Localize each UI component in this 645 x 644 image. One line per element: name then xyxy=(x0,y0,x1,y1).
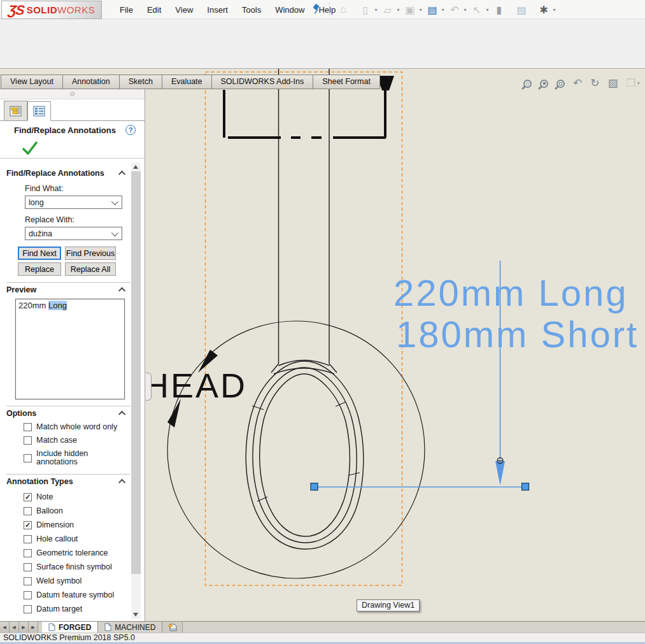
replace-with-combobox[interactable]: dužina xyxy=(25,227,122,240)
ribbon-tab[interactable]: Sketch xyxy=(119,75,162,89)
checkbox[interactable] xyxy=(24,549,32,557)
combo-dropdown-icon[interactable] xyxy=(111,197,118,204)
help-icon[interactable]: ? xyxy=(125,125,136,135)
panel-strip-handle[interactable] xyxy=(70,92,74,96)
dimension-handle-right[interactable] xyxy=(522,483,529,490)
menu-item[interactable]: View xyxy=(170,3,198,17)
dropdown-arrow-icon[interactable]: ▾ xyxy=(417,7,424,13)
checkbox[interactable]: ✓ xyxy=(24,493,32,501)
shaft-outline[interactable] xyxy=(271,69,337,374)
menu-item[interactable]: Window xyxy=(270,3,309,17)
sheet-tab-machined[interactable]: MACHINED xyxy=(98,622,162,633)
sheet-tab-forged[interactable]: FORGED xyxy=(42,622,98,633)
sheet-nav-button[interactable]: ◀ xyxy=(10,622,19,633)
combo-dropdown-icon[interactable] xyxy=(111,229,118,236)
find-next-button[interactable]: Find Next xyxy=(18,247,61,260)
panel-scrollbar[interactable] xyxy=(131,162,141,619)
collapse-chevron-icon[interactable] xyxy=(118,411,125,418)
find-what-combobox[interactable]: long xyxy=(25,196,122,209)
dropdown-arrow-icon[interactable]: ▾ xyxy=(484,7,491,13)
scrollbar-thumb[interactable] xyxy=(131,171,141,574)
section-preview[interactable]: Preview xyxy=(6,285,131,294)
replace-button[interactable]: Replace xyxy=(18,262,61,276)
collapse-chevron-icon[interactable] xyxy=(118,287,125,294)
dimension-handle-left[interactable] xyxy=(311,483,318,490)
section-options[interactable]: Options xyxy=(6,409,131,418)
checkbox[interactable] xyxy=(24,423,32,431)
zoom-window-icon[interactable] xyxy=(556,80,566,88)
checkbox[interactable] xyxy=(24,605,32,613)
settings-gear-icon[interactable]: ✱ ▾ xyxy=(537,2,558,17)
dropdown-arrow-icon[interactable]: ▾ xyxy=(439,7,446,13)
dropdown-arrow-icon[interactable]: ▾ xyxy=(372,7,379,13)
ribbon-tab[interactable]: Evaluate xyxy=(162,75,211,89)
select-icon[interactable]: ↖ ▾ xyxy=(470,2,491,17)
panel-resize-strip[interactable] xyxy=(0,89,145,99)
previous-view-icon[interactable]: ↶ xyxy=(573,77,583,90)
section-find-replace[interactable]: Find/Replace Annotations xyxy=(6,169,131,178)
section-annotation-types[interactable]: Annotation Types xyxy=(6,477,131,486)
checkbox[interactable] xyxy=(24,454,32,462)
checkbox[interactable] xyxy=(24,591,32,599)
pin-menu-icon[interactable] xyxy=(311,4,321,17)
home-icon[interactable]: ⌂ xyxy=(336,2,357,17)
options-pill-icon[interactable]: ▮ xyxy=(492,2,513,17)
menu-item[interactable]: Edit xyxy=(142,3,166,17)
dropdown-arrow-icon[interactable]: ▾ xyxy=(462,7,469,13)
logo-text-works: WORKS xyxy=(57,4,95,15)
note-long-text[interactable]: 220mm Long xyxy=(393,272,628,313)
checkbox[interactable] xyxy=(24,577,32,585)
add-sheet-button[interactable] xyxy=(162,622,183,633)
ribbon-tab[interactable]: SOLIDWORKS Add-Ins xyxy=(211,75,313,89)
collapse-chevron-icon[interactable] xyxy=(118,479,125,486)
ribbon-tab[interactable]: Annotation xyxy=(62,75,119,89)
checkbox[interactable] xyxy=(24,563,32,571)
find-previous-button[interactable]: Find Previous xyxy=(65,247,116,260)
ok-check-icon[interactable] xyxy=(22,141,38,156)
menu-item[interactable]: File xyxy=(115,3,138,17)
sheet-nav-button[interactable]: ▶ xyxy=(29,622,38,633)
scroll-up-icon[interactable] xyxy=(133,165,138,169)
preview-box[interactable]: 220mm Long xyxy=(15,299,125,399)
dropdown-arrow-icon[interactable]: ▾ xyxy=(551,7,558,13)
head-profile[interactable] xyxy=(246,361,364,549)
drawing-view-border[interactable] xyxy=(206,72,402,585)
properties-icon[interactable]: ▤ xyxy=(514,2,535,17)
redraw-view-icon[interactable]: ↻ xyxy=(590,77,600,90)
annotation-type-row: Surface finish symbol xyxy=(24,560,131,574)
collapse-chevron-icon[interactable] xyxy=(118,171,125,178)
preview-text: 220mm xyxy=(18,301,48,310)
sheet-icon xyxy=(48,623,55,631)
sheet-nav-button[interactable]: ▶ xyxy=(19,622,29,633)
menu-bar: ƷS SOLIDWORKS FileEditViewInsertToolsWin… xyxy=(0,0,645,19)
dropdown-arrow-icon[interactable]: ▾ xyxy=(637,77,640,90)
checkbox[interactable] xyxy=(24,507,32,515)
ribbon-tab[interactable]: View Layout xyxy=(1,75,62,89)
checkbox[interactable] xyxy=(24,436,32,445)
replace-all-button[interactable]: Replace All xyxy=(65,262,116,276)
scroll-down-icon[interactable] xyxy=(133,613,138,617)
section-break-lines[interactable] xyxy=(224,90,386,138)
view-settings-icon[interactable]: ❒ ▾ xyxy=(627,77,640,90)
zoom-to-area-icon[interactable] xyxy=(540,80,549,88)
tab-property-manager[interactable] xyxy=(27,101,51,121)
zoom-to-fit-icon[interactable] xyxy=(523,80,533,88)
panel-edge-grip[interactable] xyxy=(146,373,152,401)
note-short-text[interactable]: 180mm Short xyxy=(396,313,639,355)
3d-drawing-view-icon[interactable]: ▧ xyxy=(608,77,620,90)
annotation-type-row: Balloon xyxy=(24,504,131,518)
print-icon[interactable]: ▤ ▾ xyxy=(425,2,446,17)
new-file-icon[interactable]: ▯ ▾ xyxy=(358,2,379,17)
sheet-nav-button[interactable]: ◀ xyxy=(0,622,10,633)
checkbox[interactable]: ✓ xyxy=(24,521,32,529)
dropdown-arrow-icon[interactable]: ▾ xyxy=(395,7,402,13)
tab-feature-manager[interactable] xyxy=(4,101,27,120)
ribbon-tab[interactable]: Sheet Format xyxy=(313,75,380,89)
menu-item[interactable]: Tools xyxy=(237,3,266,17)
menu-item[interactable]: Insert xyxy=(202,3,233,17)
checkbox[interactable] xyxy=(24,535,32,543)
open-file-icon[interactable]: ▱ ▾ xyxy=(381,2,402,17)
save-icon[interactable]: ▣ ▾ xyxy=(403,2,424,17)
undo-icon[interactable]: ↶ ▾ xyxy=(448,2,469,17)
head-note-text[interactable]: HEAD xyxy=(144,366,247,404)
